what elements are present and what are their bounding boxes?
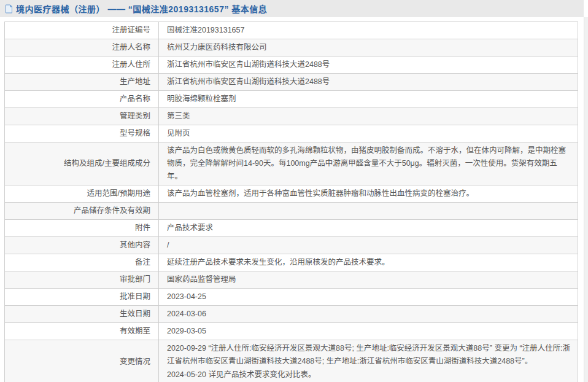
row-value: 该产品为血管栓塞剂，适用于各种富血管性实质脏器肿瘤和动脉性出血性病变的栓塞治疗。 — [159, 185, 578, 203]
row-label: 型号规格 — [5, 125, 159, 142]
page-header: 境内医疗器械（注册） —— “国械注准20193131657” 基本信息 — [0, 0, 584, 17]
row-value: 延续注册产品技术要求未发生变化，沿用原核发的产品技术要求。 — [159, 254, 578, 271]
row-label: 产品储存条件及有效期 — [5, 203, 159, 220]
row-value — [159, 203, 578, 220]
row-label: 注册人名称 — [5, 39, 159, 57]
row-label: 适用范围/预期用途 — [5, 185, 159, 203]
table-row: 其他内容 / — [5, 237, 578, 254]
row-value: 浙江省杭州市临安区青山湖街道科技大道2488号 — [159, 74, 578, 91]
table-row: 生效日期 2024-03-06 — [5, 306, 578, 323]
row-label: 其他内容 — [5, 237, 159, 254]
table-row: 注册人名称 杭州艾力康医药科技有限公司 — [5, 39, 578, 57]
table-row: 生产地址 浙江省杭州市临安区青山湖街道科技大道2488号 — [5, 74, 578, 91]
row-label: 结构及组成/主要组成成分 — [5, 142, 159, 185]
row-label: 生产地址 — [5, 74, 159, 91]
row-label: 有效期至 — [5, 323, 159, 340]
change-record-line-1: 2020-09-29 “注册人住所:临安经济开发区景观大道88号; 生产地址:临… — [167, 342, 571, 368]
scrollbar-track[interactable] — [584, 17, 588, 382]
row-value: 第三类 — [159, 108, 578, 125]
document-icon — [5, 4, 13, 14]
row-value: 该产品为白色或微黄色质轻而软的多孔海绵颗粒状物，由猪皮明胶制备而成。不溶于水，但… — [159, 142, 578, 185]
row-value: 2029-03-05 — [159, 323, 578, 340]
row-value: 2024-03-06 — [159, 306, 578, 323]
table-row: 备注 延续注册产品技术要求未发生变化，沿用原核发的产品技术要求。 — [5, 254, 578, 271]
row-value: 杭州艾力康医药科技有限公司 — [159, 39, 578, 57]
row-label: 注册证编号 — [5, 22, 159, 39]
row-value: 见附页 — [159, 125, 578, 142]
row-label: 审批部门 — [5, 271, 159, 289]
row-label: 变更情况 — [5, 340, 159, 382]
registration-info-table: 注册证编号 国械注准20193131657 注册人名称 杭州艾力康医药科技有限公… — [4, 21, 578, 382]
table-row: 附件 产品技术要求 — [5, 220, 578, 237]
table-row: 管理类别 第三类 — [5, 108, 578, 125]
table-row: 适用范围/预期用途 该产品为血管栓塞剂，适用于各种富血管性实质脏器肿瘤和动脉性出… — [5, 185, 578, 203]
table-row-change-record: 变更情况 2020-09-29 “注册人住所:临安经济开发区景观大道88号; 生… — [5, 340, 578, 382]
table-row: 结构及组成/主要组成成分 该产品为白色或微黄色质轻而软的多孔海绵颗粒状物，由猪皮… — [5, 142, 578, 185]
row-value: / — [159, 237, 578, 254]
row-value: 2020-09-29 “注册人住所:临安经济开发区景观大道88号; 生产地址:临… — [159, 340, 578, 382]
row-label: 附件 — [5, 220, 159, 237]
table-row: 审批部门 国家药品监督管理局 — [5, 271, 578, 289]
table-row: 注册人住所 浙江省杭州市临安区青山湖街道科技大道2488号 — [5, 57, 578, 74]
row-label: 批准日期 — [5, 289, 159, 306]
row-label: 生效日期 — [5, 306, 159, 323]
row-value: 国家药品监督管理局 — [159, 271, 578, 289]
table-row: 产品储存条件及有效期 — [5, 203, 578, 220]
row-label: 管理类别 — [5, 108, 159, 125]
row-value: 浙江省杭州市临安区青山湖街道科技大道2488号 — [159, 57, 578, 74]
table-row: 产品名称 明胶海绵颗粒栓塞剂 — [5, 91, 578, 108]
table-row: 型号规格 见附页 — [5, 125, 578, 142]
row-label: 注册人住所 — [5, 57, 159, 74]
table-row: 注册证编号 国械注准20193131657 — [5, 22, 578, 39]
row-value: 产品技术要求 — [159, 220, 578, 237]
row-value: 国械注准20193131657 — [159, 22, 578, 39]
table-row: 批准日期 2023-04-25 — [5, 289, 578, 306]
row-label: 产品名称 — [5, 91, 159, 108]
row-value: 2023-04-25 — [159, 289, 578, 306]
page-title: 境内医疗器械（注册） —— “国械注准20193131657” 基本信息 — [16, 2, 267, 15]
table-row: 有效期至 2029-03-05 — [5, 323, 578, 340]
row-label: 备注 — [5, 254, 159, 271]
row-value: 明胶海绵颗粒栓塞剂 — [159, 91, 578, 108]
change-record-line-2: 2024-05-20 详见产品技术要求变化对比表。 — [167, 368, 571, 381]
